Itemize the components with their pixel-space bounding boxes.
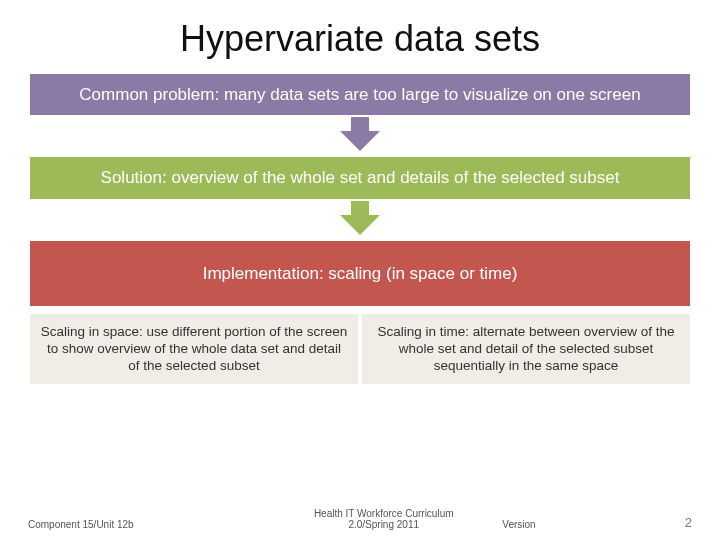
slide-title: Hypervariate data sets [0,0,720,72]
footer-mid-line2: 2.0/Spring 2011 [265,519,502,530]
slide: Hypervariate data sets Common problem: m… [0,0,720,540]
scaling-time-cell: Scaling in time: alternate between overv… [360,312,692,387]
sub-row: Scaling in space: use different portion … [28,312,692,387]
implementation-block: Implementation: scaling (in space or tim… [28,239,692,308]
problem-block: Common problem: many data sets are too l… [28,72,692,117]
down-arrow-icon [345,201,375,221]
flow-blocks: Common problem: many data sets are too l… [0,72,720,386]
arrow-wrap-1 [28,117,692,155]
page-number: 2 [645,515,692,530]
footer-mid: Health IT Workforce Curriculum 2.0/Sprin… [265,508,502,530]
footer-right: Version [502,519,644,530]
arrow-wrap-2 [28,201,692,239]
scaling-space-cell: Scaling in space: use different portion … [28,312,360,387]
footer-mid-line1: Health IT Workforce Curriculum [265,508,502,519]
footer-left: Component 15/Unit 12b [28,519,265,530]
down-arrow-icon [345,117,375,137]
slide-footer: Component 15/Unit 12b Health IT Workforc… [0,508,720,530]
solution-block: Solution: overview of the whole set and … [28,155,692,200]
